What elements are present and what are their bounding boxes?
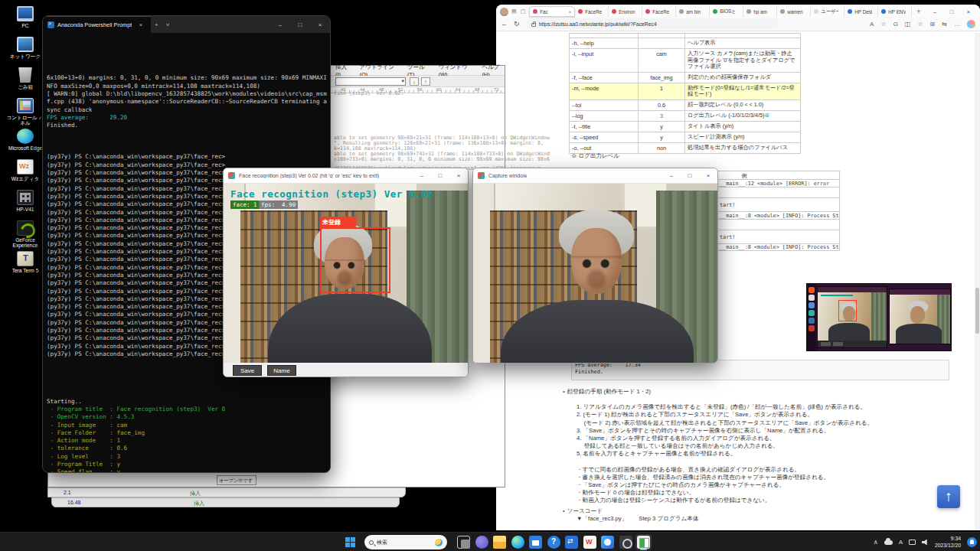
source-file-link[interactable]: ▼「face_rec3.py」 Step 3 プログラム本体: [577, 515, 946, 523]
taskbar-app-help[interactable]: [546, 534, 562, 550]
close-button[interactable]: ×: [960, 6, 977, 17]
save-button[interactable]: Save: [233, 365, 262, 376]
value-cell: 3: [639, 111, 685, 121]
maximize-button[interactable]: □: [943, 6, 960, 17]
minimize-button[interactable]: –: [270, 16, 290, 33]
tab-actions-icon[interactable]: ▢: [521, 8, 526, 15]
scrollbar[interactable]: [975, 33, 980, 530]
ime-indicator[interactable]: A: [899, 539, 903, 546]
terminal-line: - Face Folder : face_img: [47, 429, 327, 437]
toolbar-icon[interactable]: G: [893, 21, 898, 28]
display-icon[interactable]: [909, 540, 916, 545]
browser-tab[interactable]: Fac ×: [529, 6, 575, 17]
description-cell: 処理結果を出力する場合のファイルパス: [685, 143, 799, 153]
maximize-button[interactable]: □: [431, 168, 449, 184]
taskbar-app-lens[interactable]: [618, 534, 634, 550]
taskbar-app-wmerge[interactable]: [582, 534, 598, 550]
browser-tab[interactable]: HP ENV: [878, 6, 912, 17]
speaker-icon[interactable]: [922, 540, 929, 546]
browser-tab[interactable]: Environ: [609, 6, 642, 17]
toolbar-icon[interactable]: A: [870, 21, 874, 28]
desktop-icon[interactable]: HP-V41: [5, 190, 46, 218]
new-tab-button[interactable]: +: [912, 8, 925, 15]
page-top-button[interactable]: ↑: [937, 485, 960, 508]
name-button[interactable]: Name: [267, 365, 296, 376]
desktop-icon[interactable]: PC: [5, 6, 46, 34]
taskbar-app-store[interactable]: [528, 534, 544, 550]
table-row: -f, --face face_img 判定のための顔画像保存フォルダ: [570, 73, 800, 83]
close-button[interactable]: ×: [449, 168, 468, 184]
desktop-icon[interactable]: Microsoft Edge: [5, 129, 46, 157]
tab-dropdown-icon[interactable]: ˅: [162, 21, 174, 28]
maximize-button[interactable]: □: [290, 16, 310, 33]
toolbar-icon[interactable]: ☆: [917, 21, 923, 28]
url-text[interactable]: https://izutsu.aa0.netvolante.jp/pukiwik…: [539, 21, 657, 27]
option-cell: -t, --title: [570, 122, 639, 132]
browser-tab[interactable]: hp am: [743, 6, 777, 17]
toolbar-icon[interactable]: ☆: [880, 21, 886, 28]
new-tab-button[interactable]: +: [151, 21, 162, 28]
browser-tab[interactable]: wamen: [777, 6, 811, 17]
scrollbar-thumb[interactable]: [975, 288, 979, 334]
maximize-button[interactable]: □: [681, 168, 699, 184]
value-cell: 1: [639, 83, 685, 99]
close-button[interactable]: ×: [699, 168, 717, 184]
desktop-icon[interactable]: Wzエディタ: [5, 159, 46, 187]
desktop-icon[interactable]: コントロール パネル: [5, 98, 46, 126]
desktop-icon[interactable]: ネットワーク: [5, 37, 46, 65]
minimize-button[interactable]: –: [662, 168, 681, 184]
terminal-line: - Log level : 3: [47, 453, 327, 461]
address-bar[interactable]: https://izutsu.aa0.netvolante.jp/pukiwik…: [526, 18, 779, 29]
option-cell: -s, --speed: [570, 132, 639, 142]
profile-avatar[interactable]: [500, 8, 508, 16]
window-titlebar[interactable]: Face recognition (step3) Ver 0.02 (hit '…: [224, 168, 468, 184]
minimize-button[interactable]: –: [926, 6, 943, 17]
back-button[interactable]: ←: [501, 20, 508, 28]
desktop-icon[interactable]: GeForce Experience: [5, 220, 46, 249]
taskbar-app-pyapp[interactable]: [635, 534, 652, 550]
toolbar-icon[interactable]: ◫: [905, 21, 911, 28]
toolbar-icon[interactable]: ⇆: [942, 21, 947, 28]
terminal-tab[interactable]: Anaconda Powershell Prompt ×: [43, 16, 151, 33]
notification-icon[interactable]: [967, 537, 977, 547]
tray-chevron-icon[interactable]: ∧: [874, 539, 878, 546]
window-titlebar[interactable]: Capture window – □ ×: [473, 168, 717, 184]
tab-label: wamen: [787, 9, 802, 15]
taskbar-app-edge[interactable]: [510, 534, 526, 550]
toolbar-icon[interactable]: ⊞: [930, 21, 936, 28]
fps-badge: fps: 4.90: [259, 201, 298, 209]
taskbar: 検索 ∧ A 9:34 2023/12/20: [0, 532, 980, 551]
browser-tab[interactable]: HP Desi: [844, 6, 878, 17]
browser-tab[interactable]: BIOSと: [710, 6, 743, 17]
taskbar-app-explorer[interactable]: [492, 534, 508, 550]
taskbar-app-remote[interactable]: [564, 534, 580, 550]
browser-tab[interactable]: am bin: [676, 6, 710, 17]
minimize-button[interactable]: –: [413, 168, 431, 184]
editor-search-combo[interactable]: [335, 77, 406, 86]
toolbar-icon[interactable]: …: [954, 21, 960, 28]
onedrive-icon[interactable]: [884, 540, 893, 545]
lock-icon: [531, 23, 536, 27]
tab-close-icon[interactable]: ×: [135, 21, 146, 28]
refresh-button[interactable]: ↻: [514, 20, 520, 28]
weather-icon: [435, 539, 443, 546]
tab-favicon: [780, 9, 785, 14]
desktop-icon[interactable]: ごみ箱: [5, 67, 46, 96]
search-down-button[interactable]: ↓: [410, 77, 419, 86]
workspaces-icon[interactable]: ▤: [511, 8, 517, 15]
tab-close-icon[interactable]: ×: [568, 9, 571, 15]
desktop-icon[interactable]: Tera Term 5: [5, 251, 46, 279]
start-button[interactable]: [342, 534, 358, 550]
close-button[interactable]: ×: [310, 16, 330, 33]
browser-tab[interactable]: FaceRe: [575, 6, 609, 17]
clock[interactable]: 9:34 2023/12/20: [935, 536, 961, 549]
taskbar-app-chat[interactable]: [474, 534, 490, 550]
taskbar-search[interactable]: 検索: [364, 535, 447, 549]
search-up-button[interactable]: ↑: [421, 77, 430, 86]
taskbar-app-photos[interactable]: [599, 534, 616, 550]
taskbar-app-taskview[interactable]: [456, 534, 472, 550]
browser-tab[interactable]: ユーザー: [811, 6, 844, 17]
terminal-titlebar[interactable]: Anaconda Powershell Prompt × + ˅ – □ ×: [43, 16, 330, 33]
browser-tab[interactable]: FaceRe: [642, 6, 676, 17]
copilot-icon[interactable]: [967, 20, 975, 28]
